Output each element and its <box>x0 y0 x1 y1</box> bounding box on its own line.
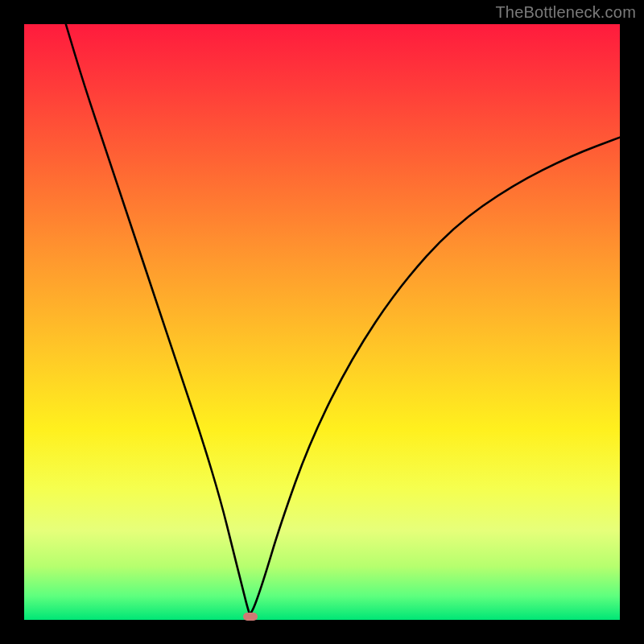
chart-frame: TheBottleneck.com <box>0 0 644 644</box>
bottleneck-curve <box>24 24 620 620</box>
watermark-label: TheBottleneck.com <box>495 3 636 22</box>
minimum-marker <box>243 613 258 621</box>
